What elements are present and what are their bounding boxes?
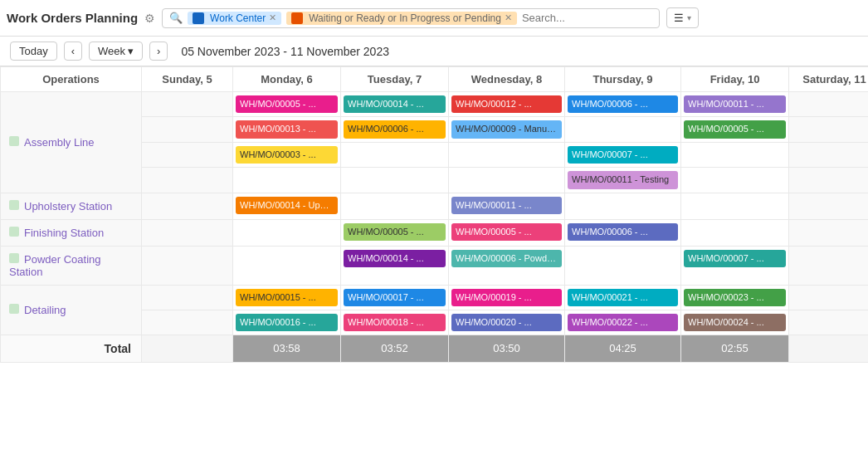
day-cell-monday: WH/MO/00013 - ... (233, 117, 341, 142)
day-cell-wednesday (449, 142, 565, 167)
day-cell-monday (233, 219, 341, 246)
day-cell-sunday (142, 168, 233, 193)
filter-remove-work-center[interactable]: ✕ (269, 12, 276, 23)
work-order-chip[interactable]: WH/MO/00006 - ... (344, 120, 446, 138)
day-cell-monday: WH/MO/00016 - ... (233, 310, 341, 335)
work-order-chip[interactable]: WH/MO/00023 - ... (684, 289, 786, 306)
ops-label-link[interactable]: Detailing (24, 304, 66, 316)
col-header-friday: Friday, 10 (681, 67, 789, 92)
calendar-wrapper: Operations Sunday, 5 Monday, 6 Tuesday, … (0, 66, 868, 457)
table-row: DetailingWH/MO/00015 - ...WH/MO/00017 - … (1, 285, 869, 310)
ops-label-powder_coating: Powder Coating Station (1, 246, 142, 285)
work-order-chip[interactable]: WH/MO/00011 - ... (451, 197, 562, 214)
ops-label-link[interactable]: Assembly Line (24, 136, 95, 149)
day-cell-sunday (142, 219, 233, 246)
work-order-chip[interactable]: WH/MO/00009 - Manual Assembly (451, 120, 562, 138)
row-indicator (9, 136, 19, 146)
day-cell-friday: WH/MO/00005 - ... (681, 117, 789, 142)
col-header-monday: Monday, 6 (233, 67, 341, 92)
day-cell-tuesday (341, 142, 449, 167)
day-cell-wednesday: WH/MO/00020 - ... (449, 310, 565, 335)
table-row: Assembly LineWH/MO/00005 - ...WH/MO/0001… (1, 92, 869, 117)
work-order-chip[interactable]: WH/MO/00011 - Testing (568, 171, 678, 188)
ops-label-link[interactable]: Upholstery Station (24, 200, 112, 212)
day-cell-saturday (789, 193, 869, 219)
day-cell-saturday (789, 142, 869, 167)
prev-button[interactable]: ‹ (64, 42, 82, 61)
work-order-chip[interactable]: WH/MO/00013 - ... (236, 120, 338, 138)
col-header-thursday: Thursday, 9 (565, 67, 681, 92)
filter-tag-work-center[interactable]: Work Center ✕ (188, 12, 281, 25)
filter-remove-status[interactable]: ✕ (505, 12, 512, 23)
total-cell-friday: 02:55 (681, 335, 789, 363)
work-order-chip[interactable]: WH/MO/00022 - ... (568, 314, 678, 331)
day-cell-wednesday: WH/MO/00011 - ... (449, 193, 565, 219)
work-order-chip[interactable]: WH/MO/00018 - ... (344, 314, 446, 331)
table-row: Finishing StationWH/MO/00005 - ...WH/MO/… (1, 219, 869, 246)
work-order-chip[interactable]: WH/MO/00005 - ... (684, 120, 786, 138)
day-cell-sunday (142, 193, 233, 219)
work-order-chip[interactable]: WH/MO/00005 - ... (451, 223, 562, 241)
day-cell-thursday: WH/MO/00007 - ... (565, 142, 681, 167)
day-cell-tuesday: WH/MO/00014 - ... (341, 92, 449, 117)
row-indicator (9, 304, 19, 314)
today-button[interactable]: Today (10, 42, 57, 61)
search-input[interactable] (522, 12, 661, 24)
work-order-chip[interactable]: WH/MO/00012 - ... (451, 95, 562, 113)
day-cell-thursday (565, 193, 681, 219)
work-order-chip[interactable]: WH/MO/00020 - ... (451, 314, 562, 331)
work-order-chip[interactable]: WH/MO/00021 - ... (568, 289, 678, 306)
work-order-chip[interactable]: WH/MO/00024 - ... (684, 314, 786, 331)
day-cell-thursday (565, 246, 681, 285)
filter-tag-status[interactable]: Waiting or Ready or In Progress or Pendi… (286, 12, 517, 25)
day-cell-monday: WH/MO/00014 - Upholster cushion (233, 193, 341, 219)
day-cell-wednesday: WH/MO/00012 - ... (449, 92, 565, 117)
work-order-chip[interactable]: WH/MO/00014 - ... (344, 95, 446, 113)
day-cell-sunday (142, 310, 233, 335)
work-order-chip[interactable]: WH/MO/00006 - Powder coat base (451, 250, 562, 267)
work-order-chip[interactable]: WH/MO/00015 - ... (236, 289, 338, 306)
work-order-chip[interactable]: WH/MO/00007 - ... (568, 146, 678, 164)
day-cell-sunday (142, 92, 233, 117)
day-cell-saturday (789, 92, 869, 117)
work-order-chip[interactable]: WH/MO/00014 - Upholster cushion (236, 197, 338, 214)
week-button[interactable]: Week ▾ (89, 42, 143, 61)
work-order-chip[interactable]: WH/MO/00016 - ... (236, 314, 338, 331)
view-toggle-arrow: ▾ (687, 13, 691, 22)
work-order-chip[interactable]: WH/MO/00007 - ... (684, 250, 786, 267)
total-cell-thursday: 04:25 (565, 335, 681, 363)
col-header-sunday: Sunday, 5 (142, 67, 233, 92)
work-order-chip[interactable]: WH/MO/00006 - ... (568, 95, 678, 113)
day-cell-saturday (789, 219, 869, 246)
ops-label-upholstery_station: Upholstery Station (1, 193, 142, 219)
day-cell-thursday: WH/MO/00022 - ... (565, 310, 681, 335)
work-order-chip[interactable]: WH/MO/00017 - ... (344, 289, 446, 306)
gear-icon[interactable]: ⚙ (144, 12, 155, 25)
day-cell-friday: WH/MO/00007 - ... (681, 246, 789, 285)
search-icon: 🔍 (169, 12, 183, 24)
work-order-chip[interactable]: WH/MO/00005 - ... (344, 223, 446, 241)
total-cell-tuesday: 03:52 (341, 335, 449, 363)
day-cell-saturday (789, 310, 869, 335)
work-order-chip[interactable]: WH/MO/00019 - ... (451, 289, 562, 306)
calendar-table: Operations Sunday, 5 Monday, 6 Tuesday, … (0, 66, 868, 363)
row-indicator (9, 253, 19, 263)
next-button[interactable]: › (149, 42, 168, 61)
day-cell-saturday (789, 246, 869, 285)
day-cell-saturday (789, 285, 869, 310)
search-bar: 🔍 Work Center ✕ Waiting or Ready or In P… (162, 8, 660, 28)
day-cell-wednesday: WH/MO/00009 - Manual Assembly (449, 117, 565, 142)
day-cell-tuesday (341, 193, 449, 219)
work-order-chip[interactable]: WH/MO/00006 - ... (568, 223, 678, 241)
view-toggle-button[interactable]: ☰ ▾ (666, 7, 699, 28)
col-header-tuesday: Tuesday, 7 (341, 67, 449, 92)
app-title: Work Orders Planning (7, 11, 138, 25)
work-order-chip[interactable]: WH/MO/00003 - ... (236, 146, 338, 164)
day-cell-sunday (142, 117, 233, 142)
work-order-chip[interactable]: WH/MO/00005 - ... (236, 95, 338, 113)
ops-label-link[interactable]: Finishing Station (24, 227, 104, 239)
day-cell-monday (233, 246, 341, 285)
ops-label-link[interactable]: Powder Coating Station (9, 253, 101, 278)
work-order-chip[interactable]: WH/MO/00011 - ... (684, 95, 786, 113)
work-order-chip[interactable]: WH/MO/00014 - ... (344, 250, 446, 267)
